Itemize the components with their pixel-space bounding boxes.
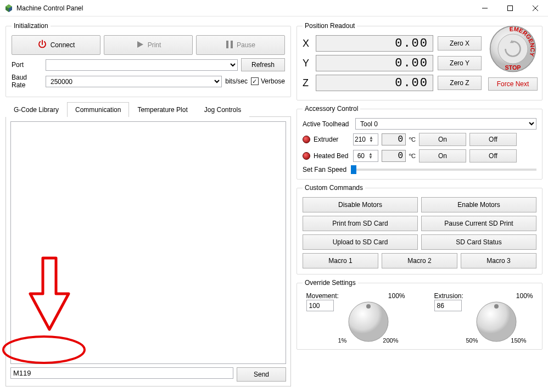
pause-sd-print-button[interactable]: Pause Current SD Print: [421, 216, 536, 231]
extruder-setpoint[interactable]: 210▲▼: [353, 133, 378, 145]
enable-motors-button[interactable]: Enable Motors: [421, 197, 536, 212]
pause-button[interactable]: Pause: [196, 35, 285, 55]
z-position-display: 0.00: [316, 75, 433, 91]
print-button[interactable]: Print: [104, 35, 193, 55]
send-button[interactable]: Send: [237, 367, 286, 382]
baud-unit: bits/sec: [225, 77, 248, 85]
port-label: Port: [12, 61, 42, 69]
svg-point-12: [498, 34, 528, 64]
extruder-off-button[interactable]: Off: [469, 133, 517, 146]
svg-rect-4: [508, 5, 513, 10]
extruder-actual-temp: 0: [382, 133, 406, 145]
bed-off-button[interactable]: Off: [469, 149, 517, 163]
movement-value-input[interactable]: [306, 300, 334, 311]
z-axis-label: Z: [303, 77, 311, 89]
svg-point-19: [494, 304, 499, 309]
bed-on-button[interactable]: On: [419, 149, 466, 163]
bed-setpoint[interactable]: 60▲▼: [353, 150, 378, 162]
initialization-legend: Initialization: [12, 22, 51, 30]
print-from-sd-button[interactable]: Print from SD Card: [303, 216, 418, 231]
baud-select[interactable]: 250000: [46, 76, 222, 87]
accessory-legend: Accessory Control: [303, 105, 360, 113]
fan-speed-slider[interactable]: [351, 169, 536, 171]
initialization-group: Initialization Connect Print Pause Port: [5, 22, 291, 97]
svg-rect-8: [226, 41, 228, 48]
refresh-button[interactable]: Refresh: [241, 58, 285, 71]
active-toolhead-label: Active Toolhead: [303, 120, 352, 128]
window-title: Machine Control Panel: [16, 4, 472, 12]
x-axis-label: X: [303, 38, 311, 49]
svg-text:STOP: STOP: [505, 64, 521, 71]
command-input[interactable]: [10, 367, 233, 379]
app-icon: [4, 4, 13, 13]
active-toolhead-select[interactable]: Tool 0: [355, 118, 536, 130]
upload-to-sd-button[interactable]: Upload to SD Card: [303, 234, 418, 250]
override-settings-group: Override Settings Movement: 100%: [297, 279, 543, 350]
x-position-display: 0.00: [316, 35, 433, 52]
y-axis-label: Y: [303, 58, 311, 69]
baud-label: Baud Rate: [12, 74, 42, 89]
extrusion-percent: 100%: [516, 292, 533, 300]
disable-motors-button[interactable]: Disable Motors: [303, 197, 418, 212]
close-button[interactable]: [523, 0, 548, 16]
custom-legend: Custom Commands: [303, 184, 365, 192]
movement-label: Movement:: [306, 292, 372, 300]
svg-point-17: [366, 304, 371, 309]
macro-2-button[interactable]: Macro 2: [382, 253, 457, 268]
svg-marker-7: [137, 41, 143, 48]
minimize-button[interactable]: [472, 0, 497, 16]
movement-percent: 100%: [388, 292, 405, 300]
accessory-control-group: Accessory Control Active Toolhead Tool 0…: [297, 105, 543, 180]
zero-x-button[interactable]: Zero X: [438, 36, 482, 51]
macro-1-button[interactable]: Macro 1: [303, 253, 378, 268]
extrusion-value-input[interactable]: [434, 300, 462, 311]
svg-rect-9: [231, 41, 233, 48]
force-next-button[interactable]: Force Next: [488, 77, 538, 91]
fan-speed-label: Set Fan Speed: [303, 166, 346, 173]
extruder-label: Extruder: [314, 136, 350, 143]
bed-label: Heated Bed: [314, 152, 350, 160]
pause-icon: [226, 40, 233, 51]
port-select[interactable]: [46, 59, 238, 71]
position-legend: Position Readout: [303, 22, 357, 30]
bed-actual-temp: 0: [382, 150, 406, 162]
extrusion-label: Extrusion:: [434, 292, 500, 300]
tab-temperature-plot[interactable]: Temperature Plot: [129, 102, 195, 117]
tab-communication[interactable]: Communication: [67, 102, 129, 117]
console-output: [10, 121, 286, 364]
custom-commands-group: Custom Commands Disable Motors Enable Mo…: [297, 184, 543, 275]
sd-card-status-button[interactable]: SD Card Status: [421, 234, 536, 250]
extruder-led-icon: [303, 136, 310, 143]
macro-3-button[interactable]: Macro 3: [461, 253, 536, 268]
power-icon: [37, 40, 47, 51]
tab-jog-controls[interactable]: Jog Controls: [196, 102, 249, 117]
zero-y-button[interactable]: Zero Y: [438, 56, 482, 70]
play-icon: [136, 40, 144, 51]
tab-gcode-library[interactable]: G-Code Library: [5, 102, 67, 117]
emergency-stop-button[interactable]: EMERGENCY STOP: [488, 24, 538, 74]
maximize-button[interactable]: [497, 0, 523, 16]
y-position-display: 0.00: [316, 55, 433, 71]
verbose-label: Verbose: [261, 77, 285, 85]
zero-z-button[interactable]: Zero Z: [438, 76, 482, 90]
connect-button[interactable]: Connect: [12, 35, 100, 55]
override-legend: Override Settings: [303, 279, 358, 287]
extruder-on-button[interactable]: On: [419, 133, 466, 146]
bed-led-icon: [303, 152, 310, 160]
verbose-checkbox[interactable]: ✓: [251, 77, 259, 85]
